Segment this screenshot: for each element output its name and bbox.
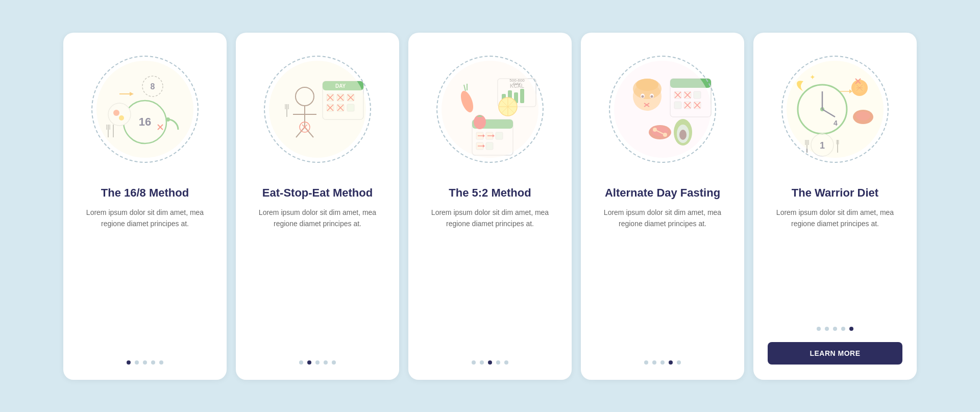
dot-3 bbox=[660, 360, 665, 365]
dot-3 bbox=[488, 360, 492, 365]
card-2-text: Lorem ipsum dolor sit dim amet, mea regi… bbox=[250, 207, 385, 349]
card-alternate-day: Alternate Day Fasting Lorem ipsum dolor … bbox=[581, 33, 744, 380]
card-3-title: The 5:2 Method bbox=[423, 186, 557, 200]
card-warrior-diet: 4 ✦ bbox=[753, 33, 917, 380]
card-4-dots bbox=[595, 360, 730, 365]
card-eat-stop-eat: DAY bbox=[236, 33, 399, 380]
dot-3 bbox=[315, 360, 320, 365]
card-1-dots bbox=[78, 360, 212, 365]
dot-5 bbox=[332, 360, 336, 365]
card-168-method: 16 8 bbox=[63, 33, 227, 380]
dot-1 bbox=[299, 360, 303, 365]
dot-2 bbox=[135, 360, 139, 365]
card-1-illustration: 16 8 bbox=[79, 43, 211, 176]
dot-5 bbox=[677, 360, 681, 365]
dot-2 bbox=[652, 360, 656, 365]
card-3-text: Lorem ipsum dolor sit dim amet, mea regi… bbox=[423, 207, 557, 349]
card-3-dots bbox=[423, 360, 557, 365]
dot-4 bbox=[324, 360, 328, 365]
dot-5 bbox=[849, 327, 853, 331]
dot-1 bbox=[644, 360, 648, 365]
card-52-method: KCAL DAY 500-600 bbox=[408, 33, 572, 380]
card-3-illustration: KCAL DAY 500-600 bbox=[424, 43, 556, 176]
card-5-title: The Warrior Diet bbox=[768, 186, 902, 200]
card-5-illustration: 4 ✦ bbox=[769, 43, 901, 176]
card-4-illustration bbox=[596, 43, 729, 176]
dot-1 bbox=[472, 360, 476, 365]
dot-3 bbox=[143, 360, 147, 365]
card-3-content: The 5:2 Method Lorem ipsum dolor sit dim… bbox=[408, 181, 572, 365]
dot-2 bbox=[307, 360, 311, 365]
card-4-content: Alternate Day Fasting Lorem ipsum dolor … bbox=[581, 181, 744, 365]
card-1-content: The 16/8 Method Lorem ipsum dolor sit di… bbox=[63, 181, 227, 365]
dot-4 bbox=[669, 360, 673, 365]
dot-5 bbox=[159, 360, 163, 365]
card-2-dots bbox=[250, 360, 385, 365]
card-2-content: Eat-Stop-Eat Method Lorem ipsum dolor si… bbox=[236, 181, 399, 365]
dot-2 bbox=[825, 327, 829, 331]
dot-4 bbox=[151, 360, 155, 365]
dot-1 bbox=[127, 360, 131, 365]
dot-5 bbox=[504, 360, 508, 365]
card-4-title: Alternate Day Fasting bbox=[595, 186, 730, 200]
dot-4 bbox=[841, 327, 845, 331]
dot-3 bbox=[833, 327, 837, 331]
dot-4 bbox=[496, 360, 500, 365]
card-4-text: Lorem ipsum dolor sit dim amet, mea regi… bbox=[595, 207, 730, 349]
dot-1 bbox=[817, 327, 821, 331]
learn-more-button[interactable]: LEARN MORE bbox=[768, 342, 902, 365]
card-2-title: Eat-Stop-Eat Method bbox=[250, 186, 385, 200]
card-1-title: The 16/8 Method bbox=[78, 186, 212, 200]
card-1-text: Lorem ipsum dolor sit dim amet, mea regi… bbox=[78, 207, 212, 349]
card-5-text: Lorem ipsum dolor sit dim amet, mea regi… bbox=[768, 207, 902, 316]
card-2-illustration: DAY bbox=[251, 43, 384, 176]
cards-container: 16 8 bbox=[43, 17, 937, 395]
card-5-content: The Warrior Diet Lorem ipsum dolor sit d… bbox=[753, 181, 917, 365]
card-5-dots bbox=[768, 327, 902, 331]
dot-2 bbox=[480, 360, 484, 365]
